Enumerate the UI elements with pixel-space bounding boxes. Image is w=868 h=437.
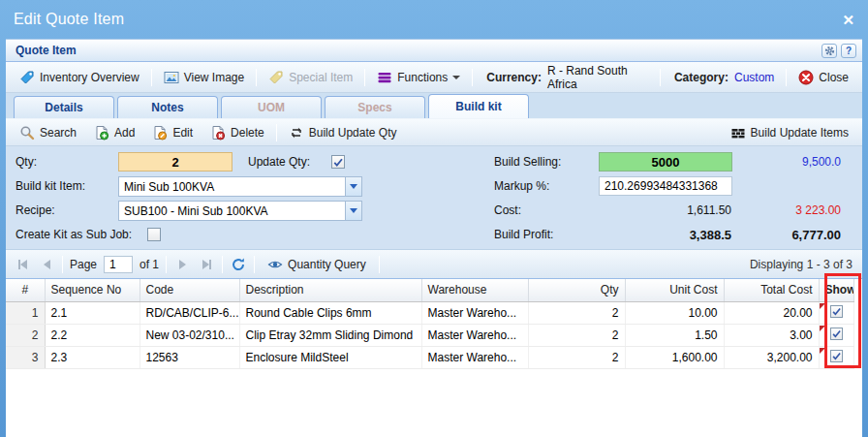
row-number: 1 — [6, 301, 45, 324]
search-label: Search — [40, 126, 77, 140]
col-header-total-cost[interactable]: Total Cost — [724, 279, 819, 301]
chevron-down-icon — [350, 184, 357, 189]
page-label: Page — [70, 258, 97, 271]
table-row[interactable]: 2 2.2 New 03-02/310... Clip Etray 32mm S… — [6, 324, 853, 346]
search-icon — [19, 125, 35, 140]
show-checkbox[interactable] — [830, 305, 843, 318]
edit-button[interactable]: Edit — [146, 122, 199, 143]
dialog-content: Quote Item ? Inventory Overview View Ima… — [6, 39, 862, 437]
row-number: 3 — [6, 346, 45, 368]
tab-build-kit[interactable]: Build kit — [428, 94, 529, 118]
add-button[interactable]: Add — [88, 122, 140, 143]
build-profit-value: 3,388.5 — [599, 228, 734, 242]
qty-input[interactable] — [118, 152, 232, 172]
combo-dropdown-button[interactable] — [345, 176, 362, 197]
tab-details[interactable]: Details — [14, 96, 114, 118]
cell-warehouse: Master Wareho... — [421, 301, 528, 324]
grid-header-row: # Sequence No Code Description Warehouse… — [6, 279, 853, 301]
build-kit-item-label: Build kit Item: — [16, 179, 118, 193]
cell-description: Round Cable Clips 6mm — [239, 301, 421, 324]
combo-dropdown-button[interactable] — [345, 201, 362, 221]
close-button-label: Close — [819, 71, 849, 84]
refresh-button[interactable] — [230, 256, 247, 273]
update-qty-checkbox[interactable] — [331, 155, 345, 169]
build-update-qty-button[interactable]: Build Update Qty — [283, 122, 403, 143]
recipe-label: Recipe: — [16, 203, 118, 217]
col-header-num[interactable]: # — [6, 279, 45, 301]
show-checkbox[interactable] — [830, 328, 843, 340]
inventory-overview-button[interactable]: Inventory Overview — [14, 67, 145, 88]
cell-total-cost: 3.00 — [724, 324, 819, 346]
markup-label: Markup %: — [494, 179, 599, 193]
pager-bar: Page of 1 Quantity Query Displaying 1 - … — [6, 250, 862, 279]
update-qty-label: Update Qty: — [248, 155, 331, 169]
functions-label: Functions — [397, 71, 448, 84]
cell-unit-cost: 10.00 — [625, 301, 724, 324]
col-header-show[interactable]: Show — [819, 279, 853, 301]
next-page-button[interactable] — [173, 256, 191, 273]
tab-specs: Specs — [325, 96, 425, 118]
close-button[interactable]: Close — [792, 67, 854, 88]
delete-button[interactable]: Delete — [204, 122, 270, 143]
dirty-marker-icon — [820, 303, 825, 309]
create-kit-checkbox[interactable] — [147, 228, 161, 241]
image-icon — [164, 70, 179, 85]
delete-label: Delete — [231, 126, 264, 140]
eye-icon — [267, 257, 283, 272]
build-selling-input[interactable] — [599, 152, 732, 172]
special-item-button: Special Item — [263, 67, 358, 88]
markup-input[interactable] — [599, 176, 732, 196]
cell-code: New 03-02/310... — [140, 324, 239, 346]
currency-label: Currency: — [486, 71, 542, 84]
first-page-button[interactable] — [14, 256, 31, 273]
show-checkbox[interactable] — [830, 350, 843, 362]
build-kit-toolbar: Search Add Edit Delete Build Update Qty — [6, 119, 862, 146]
delete-page-icon — [210, 125, 226, 140]
help-icon[interactable]: ? — [841, 44, 856, 58]
cost-label: Cost: — [494, 203, 599, 217]
main-toolbar: Inventory Overview View Image Special It… — [6, 62, 862, 93]
col-header-description[interactable]: Description — [239, 279, 421, 301]
cost-value: 1,611.50 — [599, 203, 734, 217]
recipe-combo[interactable]: SUB100 - Mini Sub 100KVA — [118, 201, 362, 221]
search-button[interactable]: Search — [14, 122, 82, 143]
cell-description: Clip Etray 32mm Sliding Dimond — [239, 324, 421, 346]
cell-show — [819, 346, 853, 368]
col-header-warehouse[interactable]: Warehouse — [421, 279, 528, 301]
page-input[interactable] — [104, 256, 133, 273]
toolbar-separator — [276, 124, 277, 141]
build-kit-grid: # Sequence No Code Description Warehouse… — [6, 279, 862, 437]
build-selling-alt-value: 9,500.0 — [732, 155, 854, 169]
build-kit-item-value: Mini Sub 100KVA — [118, 176, 345, 197]
dirty-marker-icon — [820, 348, 825, 354]
build-update-items-button[interactable]: Build Update Items — [725, 122, 854, 143]
currency-value: R - Rand South Africa — [547, 64, 640, 91]
recipe-value: SUB100 - Mini Sub 100KVA — [118, 201, 345, 221]
col-header-qty[interactable]: Qty — [528, 279, 625, 301]
view-image-label: View Image — [184, 71, 244, 84]
col-header-unit-cost[interactable]: Unit Cost — [625, 279, 724, 301]
category-value-link[interactable]: Custom — [734, 71, 774, 84]
build-kit-item-combo[interactable]: Mini Sub 100KVA — [118, 176, 362, 197]
cell-qty: 2 — [528, 301, 625, 324]
inventory-overview-label: Inventory Overview — [40, 71, 140, 84]
toolbar-separator — [472, 69, 473, 86]
tab-notes[interactable]: Notes — [117, 96, 218, 118]
table-row[interactable]: 3 2.3 12563 Enclosure MildSteel Master W… — [6, 346, 853, 368]
functions-button[interactable]: Functions — [371, 67, 466, 88]
gear-icon[interactable] — [822, 44, 837, 58]
tab-uom: UOM — [221, 96, 322, 118]
cell-sequence: 2.2 — [45, 324, 140, 346]
toolbar-separator — [256, 69, 257, 86]
quantity-query-button[interactable]: Quantity Query — [262, 254, 372, 275]
table-row[interactable]: 1 2.1 RD/CAB/CLIP-6... Round Cable Clips… — [6, 301, 853, 324]
view-image-button[interactable]: View Image — [158, 67, 250, 88]
col-header-sequence[interactable]: Sequence No — [45, 279, 140, 301]
cell-show — [819, 301, 853, 324]
col-header-code[interactable]: Code — [140, 279, 239, 301]
build-kit-form: Qty: Update Qty: Build kit Item: Mini Su… — [6, 146, 862, 250]
last-page-button[interactable] — [198, 256, 215, 273]
prev-page-button[interactable] — [38, 256, 55, 273]
window-close-icon[interactable]: ✕ — [842, 13, 854, 27]
cell-sequence: 2.1 — [45, 301, 140, 324]
